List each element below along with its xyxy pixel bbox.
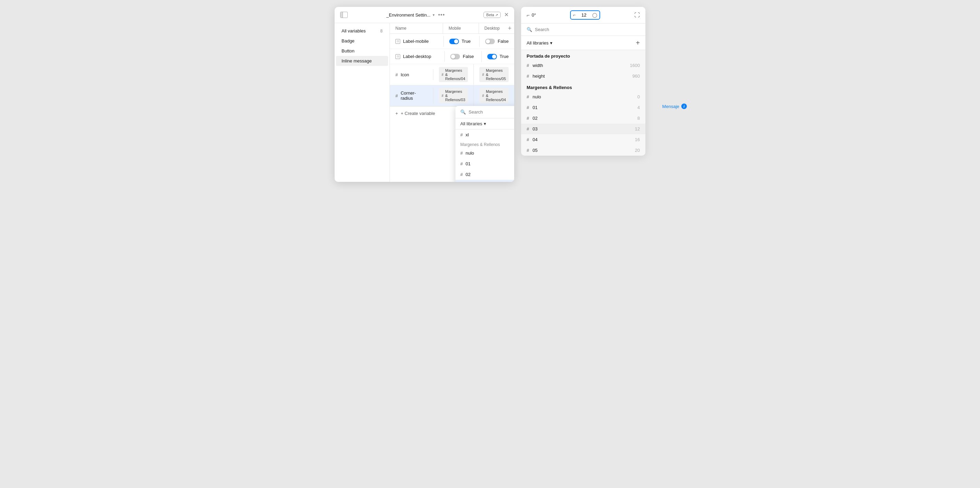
angle-group: ⌐ 0° [527,12,536,18]
row-mobile-label-mobile: True [444,36,480,47]
row-mobile-label-desktop: False [445,51,481,62]
row-name-icon: # Icon [390,69,433,80]
dropdown-search-icon: 🔍 [460,110,466,114]
hash-icon: # [527,94,529,99]
chip-hash-icon: # [442,94,444,98]
section-margenes: Margenes & Rellenos [521,81,645,91]
row-name-label-desktop: ⊡ Label-desktop [390,51,445,62]
panel-title-area [340,12,348,18]
dropdown-list: # xl Margenes & Rellenos # nulo # [455,129,514,182]
right-search-input[interactable] [535,27,640,32]
variables-panel: _Environment Settin... ▾ ••• Beta ↗ ✕ Al… [335,7,514,182]
title-chevron-icon[interactable]: ▾ [433,13,435,17]
dropdown-libraries-selector[interactable]: All libraries ▾ [455,118,514,129]
dropdown-item-01[interactable]: # 01 [455,158,514,169]
hash-icon: # [395,93,398,99]
table-row-corner-radius: # Corner-radius # Margenes & Rellenos/03 [390,85,514,106]
toggle-desktop-on[interactable] [487,54,497,59]
dropdown-item-03[interactable]: # 03 [455,180,514,182]
right-search-icon: 🔍 [527,27,532,32]
var-chip-mobile[interactable]: # Margenes & Rellenos/04 [439,67,468,82]
row-desktop-icon[interactable]: # Margenes & Rellenos/05 [474,64,514,85]
mensaje-button[interactable]: Mensaje [662,104,679,109]
row-mobile-icon[interactable]: # Margenes & Rellenos/04 [433,64,474,85]
right-row-04[interactable]: # 04 16 [521,134,645,145]
all-libraries-selector[interactable]: All libraries ▾ [527,40,552,46]
info-icon: i [681,103,687,109]
var-chip-desktop[interactable]: # Margenes & Rellenos/05 [479,67,509,82]
variable-type-icon: ⊡ [395,39,400,44]
variable-type-icon: ⊡ [395,54,400,59]
libraries-chevron-icon: ▾ [484,121,486,126]
hash-icon: # [527,105,529,110]
var-chip-mobile-cr[interactable]: # Margenes & Rellenos/03 [439,88,468,103]
libraries-row: All libraries ▾ + [521,36,645,50]
var-chip-desktop-cr[interactable]: # Margenes & Rellenos/04 [479,88,509,103]
dropdown-search-area: 🔍 [455,106,514,118]
add-column-button[interactable]: + [505,23,514,33]
row-name-corner-radius: # Corner-radius [390,87,433,103]
hash-icon: # [527,73,529,79]
mensaje-area: Mensaje i [662,103,687,109]
right-content: Portada de proyecto # width 1600 # heigh… [521,50,645,156]
right-row-width[interactable]: # width 1600 [521,60,645,71]
hash-icon: # [527,116,529,121]
corner-radius-input-box[interactable]: ⌐ ◯ [570,10,600,20]
hash-icon: # [460,132,463,137]
dropdown-item-xl[interactable]: # xl [455,129,514,140]
sidebar-item-button[interactable]: Button [336,46,388,56]
col-header-desktop: Desktop [479,23,505,33]
toggle-desktop-off[interactable] [485,39,495,44]
row-desktop-label-mobile: False [480,36,514,47]
table-row: ⊡ Label-mobile True False [390,34,514,49]
right-row-02[interactable]: # 02 8 [521,113,645,124]
right-row-05[interactable]: # 05 20 [521,145,645,156]
section-portada: Portada de proyecto [521,50,645,60]
right-search-area: 🔍 [521,24,645,36]
panel-title: _Environment Settin... [387,13,431,17]
angle-icon: ⌐ [527,12,530,18]
dropdown-section-margenes: Margenes & Rellenos [455,140,514,148]
row-mobile-corner-radius[interactable]: # Margenes & Rellenos/03 [433,85,474,106]
right-row-nulo[interactable]: # nulo 0 [521,91,645,102]
close-button[interactable]: ✕ [504,12,509,17]
variables-table: Name Mobile Desktop + ⊡ Label-mobile [390,23,514,182]
add-library-button[interactable]: + [636,39,640,46]
beta-badge: Beta ↗ [484,12,501,18]
dropdown-item-nulo[interactable]: # nulo [455,148,514,158]
panel-header: _Environment Settin... ▾ ••• Beta ↗ ✕ [335,7,514,23]
right-panel: ⌐ 0° ⌐ ◯ ⛶ 🔍 All libraries ▾ + [521,7,645,156]
right-row-height[interactable]: # height 960 [521,71,645,81]
more-options-icon[interactable]: ••• [438,12,445,18]
row-desktop-label-desktop: True [482,51,514,62]
dropdown-item-02[interactable]: # 02 [455,169,514,180]
toggle-mobile-off[interactable] [450,54,460,59]
sidebar: All variables 8 Badge Button Inline mess… [335,23,390,182]
chip-hash-icon: # [482,73,484,76]
corner-radius-icon-left: ⌐ [571,11,578,19]
chip-hash-icon: # [442,73,444,76]
sidebar-item-all-variables[interactable]: All variables 8 [336,26,388,36]
table-rows: ⊡ Label-mobile True False [390,34,514,106]
plus-icon: + [395,111,398,116]
angle-value: 0° [532,13,536,17]
col-header-mobile: Mobile [443,23,479,33]
toggle-mobile-on[interactable] [449,39,459,44]
right-top-bar: ⌐ 0° ⌐ ◯ ⛶ [521,7,645,24]
sidebar-item-badge[interactable]: Badge [336,36,388,46]
right-row-03[interactable]: # 03 12 [521,124,645,134]
hash-icon: # [527,148,529,153]
chip-hash-icon: # [482,94,484,98]
sidebar-item-inline-message[interactable]: Inline message [336,56,388,66]
row-desktop-corner-radius[interactable]: # Margenes & Rellenos/04 [474,85,514,106]
hash-icon: # [460,172,463,177]
hash-icon: # [460,161,463,166]
fullscreen-icon[interactable]: ⛶ [634,12,640,18]
right-row-01[interactable]: # 01 4 [521,102,645,113]
variable-dropdown: 🔍 All libraries ▾ # xl Mar [455,106,514,182]
dropdown-search-input[interactable] [469,110,514,114]
sidebar-toggle-icon[interactable] [340,12,348,18]
corner-radius-input[interactable] [578,13,590,17]
panel-body: All variables 8 Badge Button Inline mess… [335,23,514,182]
row-name-label-mobile: ⊡ Label-mobile [390,36,444,46]
